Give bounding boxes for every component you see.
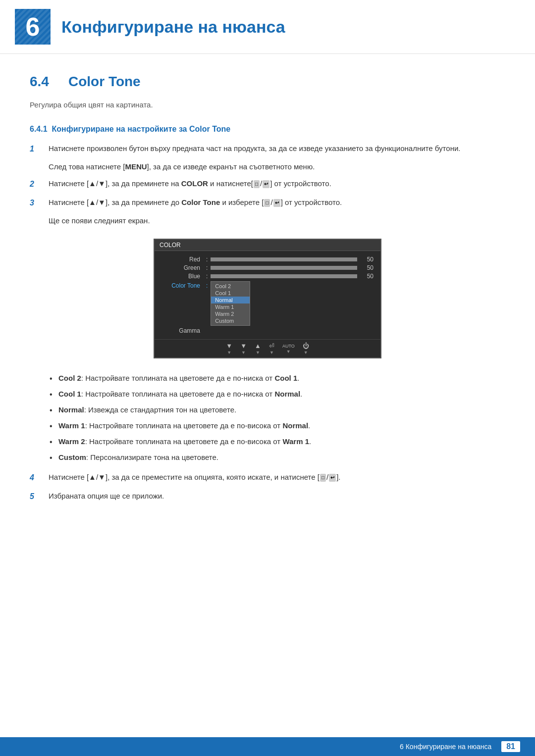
toolbar-btn-enter: ⏎ ▼ xyxy=(269,342,274,355)
toolbar-btn-auto: AUTO ▼ xyxy=(282,344,295,354)
dropdown-warm2[interactable]: Warm 2 xyxy=(211,310,250,317)
step-1-text: Натиснете произволен бутон върху преднат… xyxy=(49,143,460,155)
subsection-number: 6.4.1 xyxy=(30,125,48,133)
blue-label: Blue xyxy=(161,273,206,280)
toolbar-btn-up: ▲ ▼ xyxy=(255,342,261,355)
down-icon-2: ▼ xyxy=(240,342,247,350)
step-2-number: 2 xyxy=(30,178,45,191)
dropdown-custom[interactable]: Custom xyxy=(211,317,250,324)
color-tone-row: Color Tone : Cool 2 Cool 1 Normal Warm 1… xyxy=(161,281,374,326)
bullet-warm2: Warm 2: Настройвате топлината на цветове… xyxy=(50,436,505,448)
monitor-container: COLOR Red : 50 Green : xyxy=(30,239,505,358)
step-5: 5 Избраната опция ще се приложи. xyxy=(30,490,505,503)
step-3-sub: Ще се появи следният екран. xyxy=(49,215,505,227)
step-2-text: Натиснете [▲/▼], за да преминете на COLO… xyxy=(49,178,331,191)
monitor-screen: COLOR Red : 50 Green : xyxy=(154,239,381,358)
up-icon: ▲ xyxy=(255,342,261,350)
bullet-cool1: Cool 1: Настройвате топлината на цветове… xyxy=(50,388,505,400)
bullet-normal: Normal: Извежда се стандартния тон на цв… xyxy=(50,404,505,416)
enter-icon: ⏎ xyxy=(269,342,274,350)
red-value: 50 xyxy=(361,256,374,263)
dropdown-normal[interactable]: Normal xyxy=(211,297,250,303)
bullet-warm1: Warm 1: Настройвате топлината на цветове… xyxy=(50,420,505,432)
chapter-number-box: 6 xyxy=(15,9,51,45)
green-value: 50 xyxy=(361,264,374,271)
step-3-number: 3 xyxy=(30,197,45,209)
toolbar-btn-down2: ▼ ▼ xyxy=(240,342,247,355)
red-row: Red : 50 xyxy=(161,256,374,263)
main-content: 6.4 Color Tone Регулира общия цвят на ка… xyxy=(0,54,535,538)
down-icon-1: ▼ xyxy=(226,342,232,350)
step-4: 4 Натиснете [▲/▼], за да се преместите н… xyxy=(30,471,505,484)
step-1-number: 1 xyxy=(30,143,45,155)
green-label: Green xyxy=(161,264,206,271)
red-label: Red xyxy=(161,256,206,263)
color-tone-dropdown[interactable]: Cool 2 Cool 1 Normal Warm 1 Warm 2 Custo… xyxy=(211,281,250,326)
bullet-list: Cool 2: Настройвате топлината на цветове… xyxy=(50,372,505,463)
dropdown-warm1[interactable]: Warm 1 xyxy=(211,303,250,310)
toolbar-btn-power: ⏻ ▼ xyxy=(303,342,309,355)
blue-row: Blue : 50 xyxy=(161,273,374,280)
dropdown-cool2[interactable]: Cool 2 xyxy=(211,283,250,290)
section-number: 6.4 xyxy=(30,74,59,90)
chapter-number: 6 xyxy=(26,12,40,42)
step-4-text: Натиснете [▲/▼], за да се преместите на … xyxy=(49,471,341,484)
gamma-row: Gamma xyxy=(161,327,374,334)
monitor-toolbar: ▼ ▼ ▼ ▼ ▲ ▼ ⏎ ▼ xyxy=(155,339,380,357)
step-3-text: Натиснете [▲/▼], за да преминете до Colo… xyxy=(49,197,342,209)
page-footer: 6 Конфигуриране на нюанса 81 xyxy=(0,737,535,756)
step-2: 2 Натиснете [▲/▼], за да преминете на CO… xyxy=(30,178,505,191)
green-row: Green : 50 xyxy=(161,264,374,271)
bullet-custom: Custom: Персонализирате тона на цветовет… xyxy=(50,452,505,463)
monitor-title-bar: COLOR xyxy=(155,240,380,251)
step-5-text: Избраната опция ще се приложи. xyxy=(49,490,164,503)
footer-page: 81 xyxy=(501,741,520,752)
gamma-label: Gamma xyxy=(161,327,206,334)
monitor-content: Red : 50 Green : 50 xyxy=(155,251,380,339)
step-1-sub: След това натиснете [MENU], за да се изв… xyxy=(49,161,505,173)
power-icon: ⏻ xyxy=(303,342,309,350)
subsection-header: 6.4.1 Конфигуриране на настройките за Co… xyxy=(30,125,505,134)
toolbar-btn-down1: ▼ ▼ xyxy=(226,342,232,355)
chapter-title: Конфигуриране на нюанса xyxy=(61,17,285,37)
subsection-title: Конфигуриране на настройките за Color To… xyxy=(52,125,230,133)
step-1: 1 Натиснете произволен бутон върху предн… xyxy=(30,143,505,155)
footer-text: 6 Конфигуриране на нюанса xyxy=(400,743,491,751)
step-5-number: 5 xyxy=(30,490,45,503)
section-description: Регулира общия цвят на картината. xyxy=(30,100,505,111)
section-header: 6.4 Color Tone xyxy=(30,74,505,90)
section-title: Color Tone xyxy=(68,74,141,90)
red-bar xyxy=(211,257,357,261)
bullet-cool2: Cool 2: Настройвате топлината на цветове… xyxy=(50,372,505,384)
page-header: 6 Конфигуриране на нюанса xyxy=(0,0,535,54)
green-bar xyxy=(211,266,357,270)
blue-value: 50 xyxy=(361,273,374,280)
dropdown-cool1[interactable]: Cool 1 xyxy=(211,290,250,297)
blue-bar xyxy=(211,274,357,278)
step-3: 3 Натиснете [▲/▼], за да преминете до Co… xyxy=(30,197,505,209)
auto-icon: AUTO xyxy=(282,344,295,349)
step-4-number: 4 xyxy=(30,471,45,484)
color-tone-label: Color Tone xyxy=(161,281,206,289)
steps-container: 1 Натиснете произволен бутон върху предн… xyxy=(30,143,505,503)
